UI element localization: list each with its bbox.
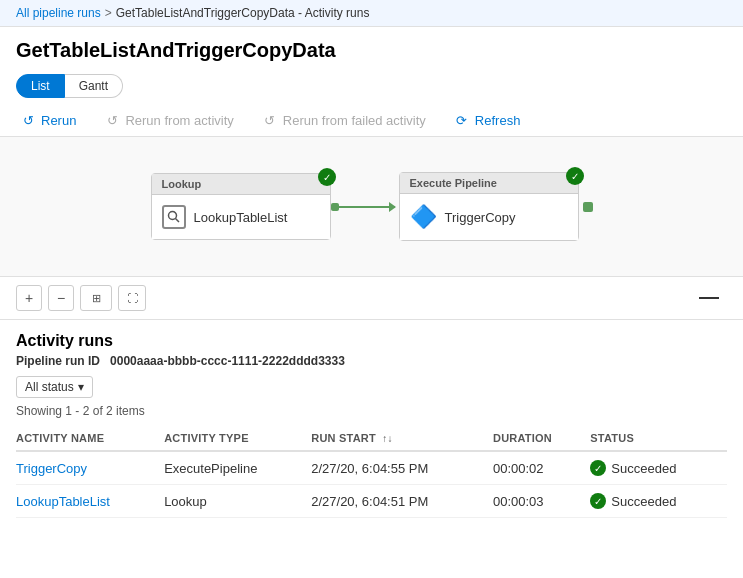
activity-runs-table: ACTIVITY NAME ACTIVITY TYPE RUN START ↑↓…	[16, 426, 727, 518]
table-row: LookupTableList Lookup 2/27/20, 6:04:51 …	[16, 485, 727, 518]
activity-runs-section: Activity runs Pipeline run ID 0000aaaa-b…	[0, 320, 743, 518]
cell-duration: 00:00:03	[493, 485, 590, 518]
node-execute-name: TriggerCopy	[445, 210, 516, 225]
col-header-status: STATUS	[590, 426, 727, 451]
col-header-activity-name: ACTIVITY NAME	[16, 426, 164, 451]
node-lookup-type: Lookup	[162, 178, 202, 190]
showing-items-label: Showing 1 - 2 of 2 items	[16, 404, 727, 418]
table-row: TriggerCopy ExecutePipeline 2/27/20, 6:0…	[16, 451, 727, 485]
canvas-controls: + − ⊞ ⛶	[0, 277, 743, 320]
toolbar: ↺ Rerun ↺ Rerun from activity ↺ Rerun fr…	[0, 104, 743, 137]
rerun-button[interactable]: ↺ Rerun	[16, 110, 80, 130]
col-header-activity-type: ACTIVITY TYPE	[164, 426, 311, 451]
status-filter-dropdown[interactable]: All status ▾	[16, 376, 93, 398]
breadcrumb-all-pipelines[interactable]: All pipeline runs	[16, 6, 101, 20]
pipeline-canvas: Lookup LookupTableList ✓ Execute Pipelin…	[0, 137, 743, 277]
node-execute-type: Execute Pipeline	[410, 177, 497, 189]
rerun-icon: ↺	[20, 112, 36, 128]
node-lookup-success-badge: ✓	[318, 168, 336, 186]
refresh-button[interactable]: ⟳ Refresh	[450, 110, 525, 130]
status-label: Succeeded	[611, 461, 676, 476]
node-execute-body: 🔷 TriggerCopy	[400, 194, 578, 240]
rerun-from-failed-icon: ↺	[262, 112, 278, 128]
rerun-from-activity-icon: ↺	[104, 112, 120, 128]
rerun-from-failed-button[interactable]: ↺ Rerun from failed activity	[258, 110, 430, 130]
cell-activity-type: ExecutePipeline	[164, 451, 311, 485]
fit-view-button[interactable]: ⊞	[80, 285, 112, 311]
node-lookup-name: LookupTableList	[194, 210, 288, 225]
zoom-out-button[interactable]: −	[48, 285, 74, 311]
succeeded-icon: ✓	[590, 493, 606, 509]
table-header-row: ACTIVITY NAME ACTIVITY TYPE RUN START ↑↓…	[16, 426, 727, 451]
chevron-down-icon: ▾	[78, 380, 84, 394]
cell-duration: 00:00:02	[493, 451, 590, 485]
pipeline-run-id-value: 0000aaaa-bbbb-cccc-1111-2222dddd3333	[110, 354, 345, 368]
status-label: Succeeded	[611, 494, 676, 509]
tab-list[interactable]: List	[16, 74, 65, 98]
tab-group: List Gantt	[0, 68, 743, 104]
refresh-icon: ⟳	[454, 112, 470, 128]
pipeline-node-lookup[interactable]: Lookup LookupTableList ✓	[151, 173, 331, 240]
tab-gantt[interactable]: Gantt	[65, 74, 123, 98]
refresh-label: Refresh	[475, 113, 521, 128]
reset-view-button[interactable]: ⛶	[118, 285, 146, 311]
rerun-from-activity-button[interactable]: ↺ Rerun from activity	[100, 110, 237, 130]
svg-line-1	[175, 219, 179, 223]
rerun-from-failed-label: Rerun from failed activity	[283, 113, 426, 128]
canvas-controls-divider	[699, 297, 719, 299]
zoom-in-button[interactable]: +	[16, 285, 42, 311]
cell-status: ✓ Succeeded	[590, 485, 727, 518]
node-lookup-body: LookupTableList	[152, 195, 330, 239]
page-title: GetTableListAndTriggerCopyData	[16, 39, 727, 62]
cell-run-start: 2/27/20, 6:04:55 PM	[311, 451, 493, 485]
breadcrumb: All pipeline runs > GetTableListAndTrigg…	[0, 0, 743, 27]
cell-status: ✓ Succeeded	[590, 451, 727, 485]
rerun-from-activity-label: Rerun from activity	[125, 113, 233, 128]
lookup-icon	[162, 205, 186, 229]
succeeded-icon: ✓	[590, 460, 606, 476]
pipeline-run-id-row: Pipeline run ID 0000aaaa-bbbb-cccc-1111-…	[16, 354, 727, 368]
breadcrumb-separator: >	[105, 6, 112, 20]
status-filter-label: All status	[25, 380, 74, 394]
sort-icon: ↑↓	[382, 433, 392, 444]
right-connector-dot	[583, 202, 593, 212]
pipeline-run-id-label: Pipeline run ID	[16, 354, 100, 368]
node-execute-header: Execute Pipeline	[400, 173, 578, 194]
cell-activity-name[interactable]: TriggerCopy	[16, 451, 164, 485]
pipeline-connector	[335, 206, 395, 208]
col-header-duration: DURATION	[493, 426, 590, 451]
rerun-label: Rerun	[41, 113, 76, 128]
cell-run-start: 2/27/20, 6:04:51 PM	[311, 485, 493, 518]
pipeline-node-execute[interactable]: Execute Pipeline 🔷 TriggerCopy ✓	[399, 172, 579, 241]
node-lookup-header: Lookup	[152, 174, 330, 195]
execute-pipeline-icon: 🔷	[410, 204, 437, 230]
col-header-run-start: RUN START ↑↓	[311, 426, 493, 451]
cell-activity-name[interactable]: LookupTableList	[16, 485, 164, 518]
svg-point-0	[168, 212, 176, 220]
node-execute-success-badge: ✓	[566, 167, 584, 185]
page-header: GetTableListAndTriggerCopyData	[0, 27, 743, 68]
cell-activity-type: Lookup	[164, 485, 311, 518]
breadcrumb-current: GetTableListAndTriggerCopyData - Activit…	[116, 6, 370, 20]
activity-runs-title: Activity runs	[16, 332, 727, 350]
